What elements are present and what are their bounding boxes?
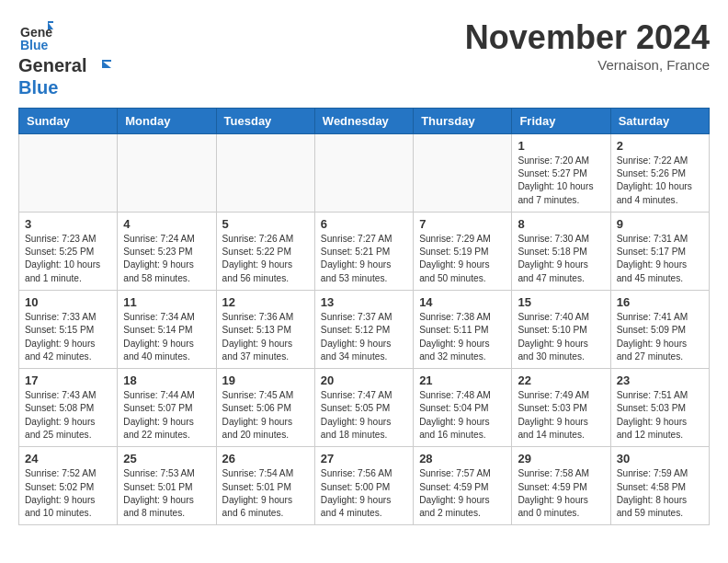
calendar-cell-4-4: 20Sunrise: 7:47 AM Sunset: 5:05 PM Dayli… <box>314 369 413 447</box>
week-row-5: 24Sunrise: 7:52 AM Sunset: 5:02 PM Dayli… <box>19 447 710 525</box>
week-row-1: 1Sunrise: 7:20 AM Sunset: 5:27 PM Daylig… <box>19 133 710 212</box>
col-monday: Monday <box>118 108 216 133</box>
calendar-cell-2-2: 4Sunrise: 7:24 AM Sunset: 5:23 PM Daylig… <box>118 212 216 290</box>
page-header: General Blue General Blue November 2024 … <box>18 18 710 98</box>
day-number: 25 <box>123 452 210 465</box>
calendar-cell-5-6: 29Sunrise: 7:58 AM Sunset: 4:59 PM Dayli… <box>512 447 610 525</box>
day-info: Sunrise: 7:23 AM Sunset: 5:25 PM Dayligh… <box>25 233 111 285</box>
week-row-3: 10Sunrise: 7:33 AM Sunset: 5:15 PM Dayli… <box>19 291 710 369</box>
day-info: Sunrise: 7:33 AM Sunset: 5:15 PM Dayligh… <box>25 311 111 363</box>
calendar-cell-1-1 <box>19 133 118 212</box>
day-info: Sunrise: 7:51 AM Sunset: 5:03 PM Dayligh… <box>617 389 703 442</box>
calendar-cell-1-4 <box>314 133 413 212</box>
calendar-cell-5-5: 28Sunrise: 7:57 AM Sunset: 4:59 PM Dayli… <box>414 447 512 525</box>
calendar-header-row: Sunday Monday Tuesday Wednesday Thursday… <box>19 108 710 133</box>
day-number: 1 <box>518 139 604 153</box>
day-info: Sunrise: 7:38 AM Sunset: 5:11 PM Dayligh… <box>419 311 506 363</box>
day-number: 2 <box>617 139 703 153</box>
day-number: 19 <box>222 373 309 387</box>
day-number: 8 <box>518 217 604 231</box>
day-info: Sunrise: 7:30 AM Sunset: 5:18 PM Dayligh… <box>518 233 604 285</box>
logo-bird-icon <box>93 59 111 77</box>
day-number: 26 <box>222 452 309 465</box>
calendar-cell-3-2: 11Sunrise: 7:34 AM Sunset: 5:14 PM Dayli… <box>118 291 216 369</box>
day-info: Sunrise: 7:43 AM Sunset: 5:08 PM Dayligh… <box>25 389 111 442</box>
day-number: 24 <box>25 452 111 465</box>
day-number: 5 <box>222 217 309 231</box>
calendar-cell-1-6: 1Sunrise: 7:20 AM Sunset: 5:27 PM Daylig… <box>512 133 610 212</box>
day-info: Sunrise: 7:20 AM Sunset: 5:27 PM Dayligh… <box>518 155 604 207</box>
col-thursday: Thursday <box>414 108 512 133</box>
calendar-cell-2-5: 7Sunrise: 7:29 AM Sunset: 5:19 PM Daylig… <box>414 212 512 290</box>
svg-marker-4 <box>102 61 111 68</box>
calendar-cell-1-2 <box>118 133 216 212</box>
day-number: 15 <box>518 295 604 309</box>
day-info: Sunrise: 7:53 AM Sunset: 5:01 PM Dayligh… <box>123 467 210 520</box>
day-number: 11 <box>123 295 210 309</box>
day-info: Sunrise: 7:54 AM Sunset: 5:01 PM Dayligh… <box>222 467 309 520</box>
calendar-cell-4-2: 18Sunrise: 7:44 AM Sunset: 5:07 PM Dayli… <box>118 369 216 447</box>
title-area: November 2024 Vernaison, France <box>465 18 710 73</box>
day-number: 6 <box>321 217 407 231</box>
day-info: Sunrise: 7:37 AM Sunset: 5:12 PM Dayligh… <box>321 311 407 363</box>
day-info: Sunrise: 7:48 AM Sunset: 5:04 PM Dayligh… <box>419 389 506 442</box>
day-number: 22 <box>518 373 604 387</box>
calendar-cell-5-3: 26Sunrise: 7:54 AM Sunset: 5:01 PM Dayli… <box>216 447 314 525</box>
calendar-cell-3-4: 13Sunrise: 7:37 AM Sunset: 5:12 PM Dayli… <box>314 291 413 369</box>
day-number: 14 <box>419 295 506 309</box>
day-number: 12 <box>222 295 309 309</box>
calendar-cell-3-6: 15Sunrise: 7:40 AM Sunset: 5:10 PM Dayli… <box>512 291 610 369</box>
calendar-cell-5-7: 30Sunrise: 7:59 AM Sunset: 4:58 PM Dayli… <box>610 447 709 525</box>
day-info: Sunrise: 7:49 AM Sunset: 5:03 PM Dayligh… <box>518 389 604 442</box>
day-number: 28 <box>419 452 506 465</box>
calendar-cell-3-7: 16Sunrise: 7:41 AM Sunset: 5:09 PM Dayli… <box>610 291 709 369</box>
svg-text:Blue: Blue <box>20 38 49 52</box>
day-info: Sunrise: 7:57 AM Sunset: 4:59 PM Dayligh… <box>419 467 506 520</box>
day-number: 23 <box>617 373 703 387</box>
day-info: Sunrise: 7:24 AM Sunset: 5:23 PM Dayligh… <box>123 233 210 285</box>
logo-blue: Blue <box>18 77 58 98</box>
day-number: 17 <box>25 373 111 387</box>
calendar-cell-2-1: 3Sunrise: 7:23 AM Sunset: 5:25 PM Daylig… <box>19 212 118 290</box>
calendar-cell-4-1: 17Sunrise: 7:43 AM Sunset: 5:08 PM Dayli… <box>19 369 118 447</box>
day-number: 30 <box>617 452 703 465</box>
day-info: Sunrise: 7:26 AM Sunset: 5:22 PM Dayligh… <box>222 233 309 285</box>
day-info: Sunrise: 7:34 AM Sunset: 5:14 PM Dayligh… <box>123 311 210 363</box>
day-info: Sunrise: 7:44 AM Sunset: 5:07 PM Dayligh… <box>123 389 210 442</box>
day-number: 29 <box>518 452 604 465</box>
logo-icon: General Blue <box>18 18 53 53</box>
day-info: Sunrise: 7:45 AM Sunset: 5:06 PM Dayligh… <box>222 389 309 442</box>
day-number: 9 <box>617 217 703 231</box>
day-number: 27 <box>321 452 407 465</box>
col-tuesday: Tuesday <box>216 108 314 133</box>
location: Vernaison, France <box>465 57 710 73</box>
col-wednesday: Wednesday <box>314 108 413 133</box>
day-info: Sunrise: 7:31 AM Sunset: 5:17 PM Dayligh… <box>617 233 703 285</box>
day-info: Sunrise: 7:36 AM Sunset: 5:13 PM Dayligh… <box>222 311 309 363</box>
calendar-cell-2-4: 6Sunrise: 7:27 AM Sunset: 5:21 PM Daylig… <box>314 212 413 290</box>
calendar-cell-5-1: 24Sunrise: 7:52 AM Sunset: 5:02 PM Dayli… <box>19 447 118 525</box>
day-info: Sunrise: 7:40 AM Sunset: 5:10 PM Dayligh… <box>518 311 604 363</box>
calendar-cell-1-3 <box>216 133 314 212</box>
day-number: 3 <box>25 217 111 231</box>
month-title: November 2024 <box>465 18 710 57</box>
day-number: 16 <box>617 295 703 309</box>
col-friday: Friday <box>512 108 610 133</box>
day-info: Sunrise: 7:27 AM Sunset: 5:21 PM Dayligh… <box>321 233 407 285</box>
calendar-cell-3-1: 10Sunrise: 7:33 AM Sunset: 5:15 PM Dayli… <box>19 291 118 369</box>
calendar-cell-2-6: 8Sunrise: 7:30 AM Sunset: 5:18 PM Daylig… <box>512 212 610 290</box>
calendar-cell-2-7: 9Sunrise: 7:31 AM Sunset: 5:17 PM Daylig… <box>610 212 709 290</box>
day-info: Sunrise: 7:52 AM Sunset: 5:02 PM Dayligh… <box>25 467 111 520</box>
calendar-cell-4-6: 22Sunrise: 7:49 AM Sunset: 5:03 PM Dayli… <box>512 369 610 447</box>
calendar-cell-5-2: 25Sunrise: 7:53 AM Sunset: 5:01 PM Dayli… <box>118 447 216 525</box>
logo: General Blue General Blue <box>18 18 111 98</box>
day-info: Sunrise: 7:29 AM Sunset: 5:19 PM Dayligh… <box>419 233 506 285</box>
day-number: 13 <box>321 295 407 309</box>
day-info: Sunrise: 7:58 AM Sunset: 4:59 PM Dayligh… <box>518 467 604 520</box>
logo-general: General <box>18 55 86 75</box>
calendar-cell-4-7: 23Sunrise: 7:51 AM Sunset: 5:03 PM Dayli… <box>610 369 709 447</box>
day-number: 18 <box>123 373 210 387</box>
day-number: 4 <box>123 217 210 231</box>
week-row-2: 3Sunrise: 7:23 AM Sunset: 5:25 PM Daylig… <box>19 212 710 290</box>
day-info: Sunrise: 7:41 AM Sunset: 5:09 PM Dayligh… <box>617 311 703 363</box>
